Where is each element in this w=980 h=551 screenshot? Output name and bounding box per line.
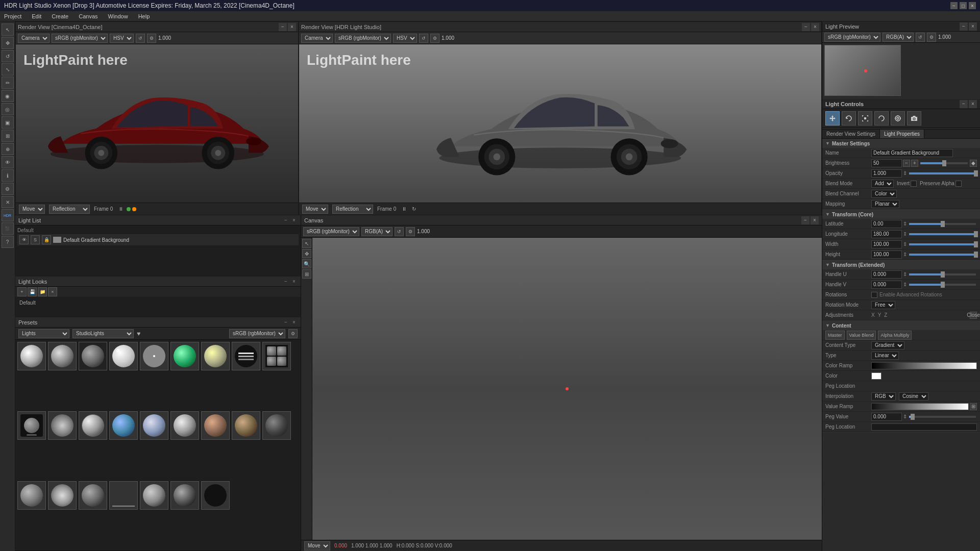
- tool-snap[interactable]: ⊕: [2, 143, 14, 155]
- light-list-minimize[interactable]: −: [282, 217, 289, 224]
- prop-width-spinner[interactable]: ⇕: [903, 241, 907, 247]
- canvas-color-profile[interactable]: sRGB (rgbMonitor): [303, 227, 359, 236]
- prop-adv-rotations-checkbox[interactable]: [871, 292, 877, 298]
- render-panel-left-minimize[interactable]: −: [279, 23, 287, 31]
- canvas-close[interactable]: ×: [811, 216, 819, 224]
- menu-project[interactable]: Project: [2, 12, 23, 20]
- preset-item-19[interactable]: [17, 481, 46, 510]
- preset-item-24[interactable]: [170, 481, 199, 510]
- favorites-btn[interactable]: ♥: [137, 330, 140, 337]
- presets-color-profile[interactable]: sRGB (rgbMonitor): [229, 329, 285, 338]
- minimize-button[interactable]: −: [950, 2, 958, 9]
- prop-color-swatch[interactable]: [871, 372, 881, 380]
- tool-rotate[interactable]: ↺: [2, 50, 14, 62]
- presets-subcategory-select[interactable]: StudioLights: [72, 329, 134, 338]
- prop-height-spinner[interactable]: ⇕: [903, 252, 907, 257]
- render-canvas-right[interactable]: LightPaint here: [299, 44, 821, 203]
- preset-item-21[interactable]: [79, 481, 107, 510]
- presets-minimize[interactable]: −: [282, 319, 289, 326]
- prop-handle-u-slider[interactable]: [909, 273, 976, 276]
- reset-right[interactable]: ↺: [419, 34, 428, 43]
- section-transform-ext-header[interactable]: ▼ Transform (Extended): [822, 260, 980, 269]
- light-solo-icon[interactable]: S: [31, 235, 40, 244]
- prop-blend-channel-select[interactable]: Color: [871, 190, 897, 198]
- preset-item-13[interactable]: [109, 411, 138, 440]
- render-canvas-left[interactable]: LightPaint here: [16, 44, 298, 203]
- reflection-select-left[interactable]: Reflection: [49, 205, 90, 214]
- settings-right[interactable]: ⚙: [430, 34, 439, 43]
- preset-item-11[interactable]: [48, 411, 77, 440]
- prop-color-ramp-swatch[interactable]: [871, 362, 977, 369]
- menu-window[interactable]: Window: [106, 12, 130, 20]
- prop-longitude-input[interactable]: [871, 230, 902, 238]
- presets-close[interactable]: ×: [290, 319, 298, 326]
- preset-item-12[interactable]: [79, 411, 107, 440]
- canvas-tool-fit[interactable]: ⊞: [302, 269, 311, 279]
- prop-height-slider[interactable]: [909, 254, 976, 256]
- tool-grid[interactable]: ⊞: [2, 130, 14, 142]
- prop-handle-u-input[interactable]: [871, 270, 902, 279]
- prop-longitude-slider[interactable]: [909, 233, 976, 235]
- preset-item-18[interactable]: [262, 411, 291, 440]
- light-looks-minimize[interactable]: −: [282, 278, 289, 285]
- prop-interpolation-mode-select[interactable]: RGB: [871, 392, 896, 400]
- mode-select-left[interactable]: Move: [19, 205, 45, 214]
- light-controls-close[interactable]: ×: [969, 100, 977, 108]
- canvas-tool-zoom[interactable]: 🔍: [302, 259, 311, 268]
- prop-mapping-select[interactable]: Planar: [871, 200, 899, 208]
- preset-item-1[interactable]: [17, 342, 46, 370]
- content-value-blend-btn[interactable]: Value Blend: [847, 331, 876, 340]
- pause-btn-left[interactable]: ⏸: [117, 205, 125, 213]
- prop-latitude-input[interactable]: [871, 220, 902, 228]
- reflection-select-right[interactable]: Reflection: [332, 205, 373, 214]
- light-preview-close[interactable]: ×: [969, 22, 977, 31]
- looks-add-btn[interactable]: +: [17, 287, 27, 296]
- tool-delete[interactable]: ✕: [2, 196, 14, 208]
- tool-hdr[interactable]: HDR: [2, 209, 14, 221]
- tool-color[interactable]: ◉: [2, 90, 14, 102]
- tool-move[interactable]: ✥: [2, 37, 14, 49]
- presets-category-select[interactable]: Lights: [18, 329, 69, 338]
- prop-opacity-slider[interactable]: [909, 172, 976, 174]
- mode-select-right[interactable]: Move: [302, 205, 328, 214]
- preset-item-9[interactable]: [262, 342, 291, 370]
- tool-brush[interactable]: ✏: [2, 77, 14, 89]
- preview-color-mode[interactable]: RGB(A): [883, 33, 914, 42]
- canvas-content[interactable]: [312, 238, 822, 540]
- render-panel-right-minimize[interactable]: −: [802, 23, 810, 31]
- preview-settings[interactable]: ⚙: [927, 33, 936, 42]
- lc-camera-btn[interactable]: [907, 111, 921, 126]
- prop-peg-value-slider[interactable]: [909, 416, 976, 418]
- canvas-tool-arrow[interactable]: ↖: [302, 239, 311, 248]
- section-transform-core-header[interactable]: ▼ Transform (Core): [822, 210, 980, 219]
- preset-item-2[interactable]: [48, 342, 77, 370]
- prop-content-type-select[interactable]: Gradient: [871, 341, 904, 349]
- section-content-header[interactable]: ▼ Content: [822, 321, 980, 330]
- preset-item-8[interactable]: [232, 342, 260, 370]
- light-preview-thumbnail[interactable]: [824, 45, 901, 96]
- looks-delete-btn[interactable]: ×: [48, 287, 57, 296]
- canvas-tool-move[interactable]: ✥: [302, 249, 311, 258]
- tool-scale[interactable]: ⤡: [2, 63, 14, 76]
- tool-arrow[interactable]: ↖: [2, 23, 14, 36]
- preset-item-20[interactable]: [48, 481, 77, 510]
- preview-color-profile[interactable]: sRGB (rgbMonitor): [824, 33, 880, 42]
- tool-settings[interactable]: ⚙: [2, 183, 14, 195]
- prop-peg-location2-ramp[interactable]: [871, 423, 977, 431]
- light-list-close[interactable]: ×: [290, 217, 298, 224]
- tab-render-view-settings[interactable]: Render View Settings: [822, 130, 880, 138]
- menu-canvas[interactable]: Canvas: [77, 12, 100, 20]
- lc-scale-btn[interactable]: [858, 111, 872, 126]
- preset-item-22[interactable]: [109, 481, 138, 510]
- looks-save-btn[interactable]: 💾: [28, 287, 37, 296]
- prop-value-ramp-swatch[interactable]: [871, 403, 969, 410]
- preview-reset[interactable]: ↺: [916, 33, 925, 42]
- canvas-reset[interactable]: ↺: [395, 227, 404, 236]
- prop-handle-v-slider[interactable]: [909, 284, 976, 286]
- prop-value-ramp-expand[interactable]: ⊞: [970, 403, 977, 410]
- lc-move-btn[interactable]: [825, 111, 840, 126]
- preset-item-16[interactable]: [201, 411, 230, 440]
- close-button[interactable]: ×: [969, 2, 976, 9]
- render-panel-left-close[interactable]: ×: [288, 23, 296, 31]
- prop-brightness-minus[interactable]: −: [903, 160, 910, 167]
